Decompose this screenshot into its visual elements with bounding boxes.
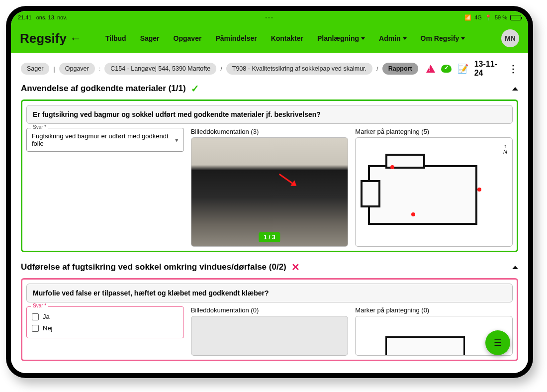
- more-menu-icon[interactable]: ⋮: [508, 63, 518, 75]
- answer-value: Fugtsikring ved bagmur er udført med god…: [32, 132, 175, 147]
- answer-checkbox-group: Svar * Ja Nej: [26, 306, 184, 338]
- section2-title: Udførelse af fugtsikring ved sokkel omkr…: [21, 262, 267, 272]
- photo-label: Billeddokumentation (0): [191, 306, 349, 314]
- nav-tilbud[interactable]: Tilbud: [105, 34, 126, 42]
- fab-list-button[interactable]: ☰: [485, 330, 510, 355]
- brand-home[interactable]: Regsify ←: [20, 31, 82, 46]
- collapse-icon[interactable]: [512, 87, 518, 91]
- crumb-rapport[interactable]: Rapport: [382, 63, 418, 75]
- answer-label: Svar *: [31, 303, 48, 308]
- section2-count: (0/2): [269, 262, 286, 272]
- section1-header[interactable]: Anvendelse af godkendte materialer (1/1)…: [21, 83, 518, 95]
- status-bar: 21.41 ons. 13. nov. ••• 📶 4G 📍 59 %: [11, 11, 528, 24]
- nav-opgaver[interactable]: Opgaver: [174, 34, 202, 42]
- checkbox-icon: [32, 325, 39, 332]
- annotation-arrow-icon: [278, 174, 295, 186]
- list-icon: ☰: [494, 337, 502, 348]
- answer-label: Svar *: [31, 124, 48, 130]
- collapse-icon[interactable]: [512, 266, 518, 269]
- checkbox-icon: [32, 313, 39, 320]
- crumb-sep: |: [53, 65, 55, 73]
- photo-counter-badge: 1 / 3: [259, 232, 280, 242]
- chevron-down-icon: [361, 37, 365, 40]
- checkbox-ja[interactable]: Ja: [32, 311, 179, 322]
- photo-label: Billeddokumentation (3): [191, 128, 349, 135]
- brand-label: Regsify: [20, 31, 67, 46]
- nav-pamindelser[interactable]: Påmindelser: [215, 34, 257, 42]
- nav-sager[interactable]: Sager: [140, 34, 160, 42]
- compass-icon: ↑N: [503, 143, 507, 155]
- crumb-opgaver[interactable]: Opgaver: [59, 63, 95, 75]
- photo-documentation[interactable]: 1 / 3: [191, 137, 349, 247]
- plan-label: Marker på plantegning (5): [355, 128, 513, 135]
- top-nav: Regsify ← Tilbud Sager Opgaver Påmindels…: [11, 24, 528, 53]
- notes-icon[interactable]: 📝: [457, 63, 468, 74]
- map-pin-icon: 📍: [485, 14, 492, 21]
- breadcrumb: Sager | Opgaver : C154 - Langøvej 544, 5…: [21, 60, 518, 78]
- nav-kontakter[interactable]: Kontakter: [271, 34, 303, 42]
- x-icon: ✕: [291, 261, 300, 273]
- photo-documentation-empty[interactable]: [191, 316, 349, 356]
- signal-icon: 📶: [464, 14, 471, 21]
- report-date: 13-11-24: [474, 60, 502, 78]
- cloud-synced-icon[interactable]: [441, 65, 452, 73]
- battery-icon: [510, 15, 521, 20]
- crumb-task[interactable]: T908 - Kvalitetssikring af sokkelpap ved…: [226, 63, 372, 75]
- network-label: 4G: [474, 14, 482, 20]
- plan-label: Marker på plantegning (0): [355, 306, 513, 314]
- check-icon: ✓: [191, 83, 199, 95]
- checkbox-label: Ja: [43, 313, 50, 320]
- back-arrow-icon: ←: [70, 31, 82, 45]
- crumb-sager[interactable]: Sager: [21, 63, 49, 75]
- nav-om[interactable]: Om Regsify: [421, 34, 465, 42]
- answer-select[interactable]: Svar * Fugtsikring ved bagmur er udført …: [26, 128, 184, 152]
- checkbox-label: Nej: [43, 324, 53, 332]
- chevron-down-icon: ▾: [175, 136, 179, 144]
- crumb-case[interactable]: C154 - Langøvej 544, 5390 Martofte: [104, 63, 216, 75]
- section2-panel: Murfolie ved false er tilpasset, hæftet …: [21, 278, 518, 361]
- section1-count: (1/1): [169, 84, 186, 93]
- chevron-down-icon: [461, 37, 465, 40]
- status-date: ons. 13. nov.: [36, 14, 67, 20]
- multitask-dots[interactable]: •••: [265, 14, 274, 20]
- marker-dot: [477, 188, 481, 192]
- section2-header[interactable]: Udførelse af fugtsikring ved sokkel omkr…: [21, 261, 518, 273]
- avatar[interactable]: MN: [501, 29, 519, 47]
- status-time: 21.41: [18, 14, 32, 20]
- checkbox-nej[interactable]: Nej: [32, 322, 179, 334]
- section1-title: Anvendelse af godkendte materialer: [21, 84, 166, 93]
- chevron-down-icon: [403, 37, 407, 40]
- nav-planlaegning[interactable]: Planlægning: [317, 34, 365, 42]
- nav-admin[interactable]: Admin: [379, 34, 407, 42]
- warning-icon[interactable]: [426, 65, 435, 73]
- section1-panel: Er fugtsikring ved bagmur og sokkel udfø…: [21, 99, 518, 252]
- floorplan-marker[interactable]: ↑N: [355, 137, 513, 247]
- battery-pct: 59 %: [495, 14, 507, 20]
- section2-question: Murfolie ved false er tilpasset, hæftet …: [26, 284, 513, 302]
- section1-question: Er fugtsikring ved bagmur og sokkel udfø…: [26, 105, 513, 124]
